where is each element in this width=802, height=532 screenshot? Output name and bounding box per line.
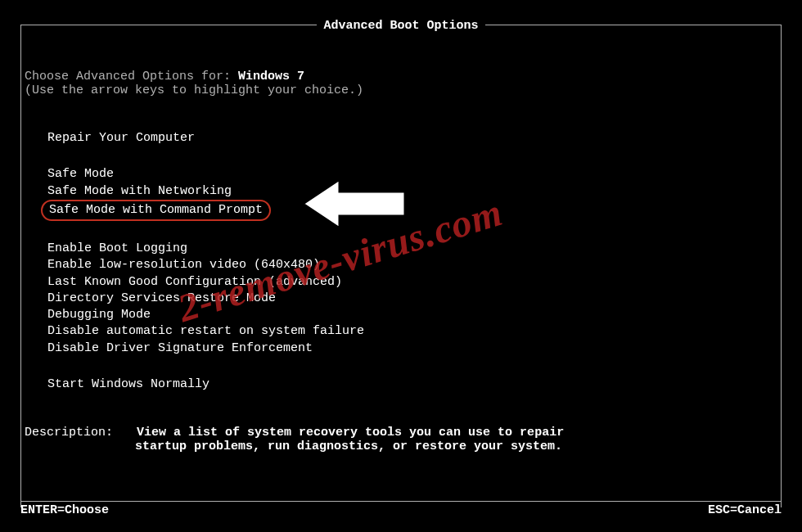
menu-repair[interactable]: Repair Your Computer — [41, 130, 201, 147]
menu-safe-mode[interactable]: Safe Mode — [41, 166, 120, 183]
title-bar: Advanced Boot Options — [0, 19, 802, 33]
footer-enter: ENTER=Choose — [20, 503, 109, 517]
hint-line: (Use the arrow keys to highlight your ch… — [25, 83, 777, 97]
boot-menu: Repair Your Computer Safe Mode Safe Mode… — [41, 130, 777, 393]
menu-disable-restart[interactable]: Disable automatic restart on system fail… — [41, 323, 371, 340]
description-line1: View a list of system recovery tools you… — [137, 426, 564, 440]
menu-safe-mode-networking[interactable]: Safe Mode with Networking — [41, 183, 238, 200]
arrow-icon — [299, 175, 413, 237]
menu-start-normal[interactable]: Start Windows Normally — [41, 376, 216, 393]
description-line2: startup problems, run diagnostics, or re… — [135, 440, 562, 453]
description-label: Description: — [25, 426, 113, 440]
menu-last-known[interactable]: Last Known Good Configuration (advanced) — [41, 274, 349, 291]
footer-bar: ENTER=Choose ESC=Cancel — [20, 501, 782, 517]
page-title: Advanced Boot Options — [317, 19, 484, 33]
menu-boot-logging[interactable]: Enable Boot Logging — [41, 241, 194, 257]
footer-esc: ESC=Cancel — [708, 503, 782, 517]
os-name: Windows 7 — [238, 70, 304, 83]
choose-line: Choose Advanced Options for: Windows 7 — [25, 70, 777, 83]
choose-prefix: Choose Advanced Options for: — [25, 70, 238, 83]
description-block: Description: View a list of system recov… — [25, 426, 777, 453]
menu-low-res[interactable]: Enable low-resolution video (640x480) — [41, 257, 327, 273]
menu-ds-restore[interactable]: Directory Services Restore Mode — [41, 291, 282, 307]
menu-safe-mode-cmd[interactable]: Safe Mode with Command Prompt — [41, 200, 271, 221]
menu-debugging[interactable]: Debugging Mode — [41, 307, 157, 323]
svg-marker-0 — [303, 179, 405, 228]
menu-disable-driver-sig[interactable]: Disable Driver Signature Enforcement — [41, 340, 319, 357]
